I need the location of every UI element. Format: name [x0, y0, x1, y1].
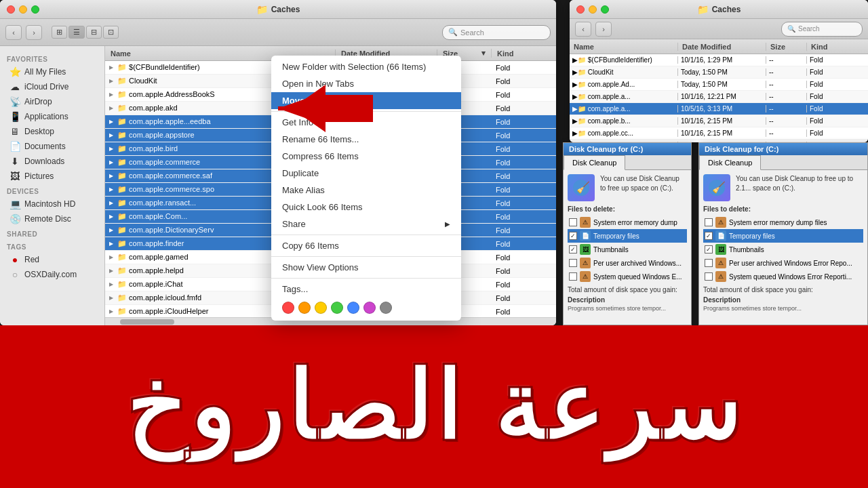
- list-item[interactable]: 🖼 Thumbnails: [568, 243, 687, 256]
- list-item[interactable]: ⚠ Per user archived Windows Error Repo..…: [703, 256, 863, 270]
- col2-header-date[interactable]: Date Modified: [678, 43, 766, 51]
- sidebar-item-airdrop[interactable]: 📡 AirDrop: [3, 94, 102, 109]
- checkbox[interactable]: [705, 218, 713, 226]
- list-item[interactable]: 📄 Temporary files: [703, 229, 863, 243]
- back-button[interactable]: ‹: [5, 25, 22, 40]
- minimize-button[interactable]: [19, 5, 27, 14]
- list-view-button[interactable]: ☰: [68, 26, 85, 39]
- sort-arrow-icon: ▾: [481, 49, 486, 58]
- dc2-desc-text: Programs sometimes store tempor...: [703, 305, 863, 312]
- color-swatch-purple[interactable]: [363, 302, 376, 314]
- list-item[interactable]: ⚠ System queued Windows E...: [568, 270, 687, 283]
- checkbox[interactable]: [705, 232, 713, 240]
- color-swatch-orange[interactable]: [298, 302, 311, 314]
- expand-arrow-icon: ▶: [109, 200, 113, 206]
- sidebar-item-desktop[interactable]: 🖥 Desktop: [3, 124, 102, 139]
- search-box[interactable]: 🔍 Search: [442, 25, 551, 40]
- list-item[interactable]: ⚠ System queued Windows Error Reporti...: [703, 270, 863, 283]
- broom-icon: 🧹: [571, 178, 591, 198]
- tag-red-icon: ●: [9, 254, 20, 265]
- ctx-make-alias[interactable]: Make Alias: [271, 182, 461, 199]
- checkbox[interactable]: [705, 259, 713, 267]
- checkbox[interactable]: [705, 272, 713, 281]
- forward-button-2[interactable]: ›: [595, 22, 612, 37]
- sidebar-item-icloud-drive[interactable]: ☁ iCloud Drive: [3, 79, 102, 94]
- col2-header-size[interactable]: Size: [766, 43, 807, 51]
- table-row[interactable]: ▶📁 com.apple.cc... 10/1/16, 2:15 PM -- F…: [570, 127, 868, 140]
- list-item[interactable]: ⚠ System error memory dump files: [703, 216, 863, 229]
- forward-button[interactable]: ›: [26, 25, 42, 40]
- table-row[interactable]: ▶📁 com.apple.b... 10/1/16, 2:15 PM -- Fo…: [570, 115, 868, 127]
- checkbox[interactable]: [569, 272, 577, 281]
- window-title-2: 📁 Caches: [697, 4, 741, 15]
- ctx-get-info[interactable]: Get Info: [271, 114, 461, 131]
- color-swatch-blue[interactable]: [347, 302, 359, 314]
- checkbox[interactable]: [569, 259, 577, 267]
- col-header-kind[interactable]: Kind: [492, 49, 556, 58]
- ctx-share[interactable]: Share ▶: [271, 216, 461, 232]
- col2-header-kind[interactable]: Kind: [807, 43, 868, 51]
- table-row[interactable]: ▶📁 CloudKit Today, 1:50 PM -- Fold: [570, 66, 868, 79]
- ctx-show-view-options[interactable]: Show View Options: [271, 259, 461, 276]
- icon-view-button[interactable]: ⊞: [52, 26, 67, 39]
- sidebar-label: Red: [24, 255, 39, 264]
- table-row[interactable]: ▶📁 com.apple.a... 10/5/16, 3:13 PM -- Fo…: [570, 103, 868, 115]
- cover-flow-button[interactable]: ⊡: [103, 26, 119, 39]
- sidebar-item-remote-disc[interactable]: 💿 Remote Disc: [3, 211, 102, 226]
- ctx-tags[interactable]: Tags...: [271, 281, 461, 298]
- sidebar-item-tag-red[interactable]: ● Red: [3, 252, 102, 267]
- sidebar-item-downloads[interactable]: ⬇ Downloads: [3, 154, 102, 169]
- checkbox[interactable]: [705, 245, 713, 253]
- list-item[interactable]: ⚠ Per user archived Windows...: [568, 256, 687, 270]
- table-row[interactable]: ▶📁 com.apple.a... 10/1/16, 12:21 PM -- F…: [570, 91, 868, 103]
- file-item-label: Thumbnails: [593, 246, 686, 253]
- column-view-button[interactable]: ⊟: [86, 26, 102, 39]
- sidebar-item-osxdaily[interactable]: ○ OSXDaily.com: [3, 267, 102, 282]
- dc2-tab-cleanup[interactable]: Disk Cleanup: [699, 155, 761, 170]
- color-swatch-gray[interactable]: [380, 302, 392, 314]
- file-item-label: System error memory dump: [593, 219, 686, 226]
- dc1-tab-cleanup[interactable]: Disk Cleanup: [564, 155, 625, 170]
- col2-header-name[interactable]: Name: [570, 43, 678, 51]
- disk-cleanup-window-1: Disk Cleanup for (C:) Disk Cleanup 🧹 You…: [563, 142, 692, 325]
- table-row[interactable]: ▶📁 $(CFBundleIdentifier) 10/1/16, 1:29 P…: [570, 54, 868, 66]
- finder-window-secondary: 📁 Caches ‹ › 🔍 Search Name Date Modified…: [570, 0, 868, 142]
- fullscreen-button-2[interactable]: [601, 5, 609, 14]
- sidebar-item-applications[interactable]: 📱 Applications: [3, 109, 102, 124]
- dc2-description: You can use Disk Cleanup to free up to 2…: [736, 174, 863, 201]
- color-swatch-red[interactable]: [282, 302, 294, 314]
- sidebar-item-macintosh-hd[interactable]: 💻 Macintosh HD: [3, 197, 102, 211]
- traffic-lights-2: [576, 5, 609, 14]
- minimize-button-2[interactable]: [589, 5, 597, 14]
- sidebar-item-documents[interactable]: 📄 Documents: [3, 139, 102, 154]
- table-row[interactable]: ▶📁 com.apple.Ad... Today, 1:50 PM -- Fol…: [570, 79, 868, 91]
- search-box-2[interactable]: 🔍 Search: [781, 22, 863, 37]
- ctx-move-to-trash[interactable]: Move to Trash: [271, 92, 461, 109]
- list-item[interactable]: 🖼 Thumbnails: [703, 243, 863, 256]
- ctx-new-folder[interactable]: New Folder with Selection (66 Items): [271, 58, 461, 75]
- close-button[interactable]: [7, 5, 15, 14]
- back-button-2[interactable]: ‹: [575, 22, 591, 37]
- ctx-quick-look[interactable]: Quick Look 66 Items: [271, 199, 461, 216]
- file-list-header-2: Name Date Modified Size Kind: [570, 39, 868, 54]
- color-swatch-green[interactable]: [331, 302, 343, 314]
- file-type-icon: ⚠: [715, 217, 726, 228]
- color-swatch-yellow[interactable]: [315, 302, 327, 314]
- scrollbar-thumb[interactable]: [120, 319, 174, 325]
- close-button-2[interactable]: [576, 5, 585, 14]
- checkbox[interactable]: [569, 232, 577, 240]
- ctx-rename[interactable]: Rename 66 Items...: [271, 131, 461, 148]
- checkbox[interactable]: [569, 218, 577, 226]
- expand-arrow-icon: ▶: [109, 92, 113, 98]
- sidebar-item-all-my-files[interactable]: ⭐ All My Files: [3, 64, 102, 79]
- ctx-compress[interactable]: Compress 66 Items: [271, 148, 461, 165]
- checkbox[interactable]: [569, 245, 577, 253]
- fullscreen-button[interactable]: [31, 5, 39, 14]
- list-item[interactable]: 📄 Temporary files: [568, 229, 687, 243]
- list-item[interactable]: ⚠ System error memory dump: [568, 216, 687, 229]
- ctx-open-tabs[interactable]: Open in New Tabs: [271, 75, 461, 92]
- ctx-copy[interactable]: Copy 66 Items: [271, 237, 461, 254]
- sidebar-item-pictures[interactable]: 🖼 Pictures: [3, 169, 102, 184]
- downloads-icon: ⬇: [9, 156, 20, 167]
- ctx-duplicate[interactable]: Duplicate: [271, 165, 461, 182]
